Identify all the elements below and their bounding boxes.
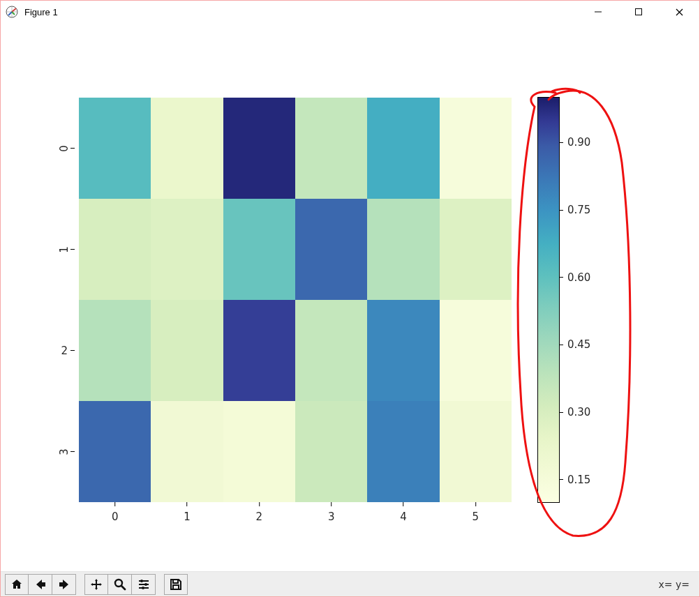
maximize-button[interactable] <box>618 1 659 23</box>
colorbar <box>538 98 559 502</box>
heatmap-axes <box>79 98 512 502</box>
colorbar-tick: 0.75 <box>559 204 590 216</box>
y-tick-label: 1 <box>58 246 70 253</box>
colorbar-tick-label: 0.45 <box>567 338 590 351</box>
heatmap-cell <box>440 401 512 502</box>
colorbar-tick: 0.45 <box>559 338 590 351</box>
colorbar-tick: 0.30 <box>559 406 590 418</box>
heatmap-cell <box>367 98 439 199</box>
svg-point-8 <box>140 580 143 582</box>
colorbar-tick-label: 0.60 <box>567 271 590 284</box>
matplotlib-toolbar: x= y= <box>1 571 699 596</box>
matplotlib-app-icon <box>5 5 19 19</box>
y-tick-label: 3 <box>58 448 70 455</box>
x-tick-label: 5 <box>472 511 479 523</box>
heatmap-cell <box>151 98 223 199</box>
heatmap-grid <box>79 98 512 502</box>
configure-subplots-button[interactable] <box>132 574 156 595</box>
heatmap-cell <box>223 199 295 300</box>
svg-rect-14 <box>173 585 179 589</box>
colorbar-tick-label: 0.30 <box>567 406 590 418</box>
colorbar-ticks: 0.150.300.450.600.750.90 <box>559 98 608 502</box>
zoom-button[interactable] <box>108 574 132 595</box>
heatmap-cell <box>151 401 223 502</box>
x-tick-label: 4 <box>400 511 407 523</box>
save-button[interactable] <box>164 574 188 595</box>
heatmap-cell <box>79 199 151 300</box>
x-axis-ticks: 0 1 2 3 4 5 <box>79 502 512 523</box>
heatmap-cell <box>295 300 367 401</box>
y-tick-label: 0 <box>58 145 70 152</box>
heatmap-cell <box>440 300 512 401</box>
cursor-coordinates: x= y= <box>659 579 695 590</box>
window-title: Figure 1 <box>24 7 58 17</box>
heatmap-cell <box>367 401 439 502</box>
heatmap-cell <box>79 300 151 401</box>
svg-point-12 <box>142 587 144 589</box>
x-tick-label: 1 <box>184 511 191 523</box>
colorbar-tick-label: 0.90 <box>567 136 590 149</box>
svg-rect-2 <box>636 9 642 15</box>
close-button[interactable] <box>659 1 699 23</box>
heatmap-cell <box>79 401 151 502</box>
y-tick-label: 2 <box>61 345 68 357</box>
svg-point-10 <box>144 583 147 586</box>
svg-line-6 <box>121 586 125 589</box>
back-button[interactable] <box>29 574 52 595</box>
heatmap-cell <box>295 199 367 300</box>
colorbar-gradient <box>538 98 559 502</box>
colorbar-tick: 0.90 <box>559 136 590 149</box>
x-tick-label: 0 <box>112 511 119 523</box>
heatmap-cell <box>367 300 439 401</box>
window-controls <box>578 1 699 23</box>
x-tick-label: 3 <box>328 511 335 523</box>
home-button[interactable] <box>5 574 29 595</box>
heatmap-cell <box>223 401 295 502</box>
x-tick-label: 2 <box>256 511 263 523</box>
svg-rect-13 <box>173 580 178 583</box>
minimize-button[interactable] <box>578 1 618 23</box>
titlebar: Figure 1 <box>1 1 699 23</box>
heatmap-cell <box>367 199 439 300</box>
heatmap-cell <box>151 300 223 401</box>
heatmap-cell <box>151 199 223 300</box>
figure-canvas[interactable]: 0 1 2 3 0 1 2 3 4 5 0.150.300.450.600.75… <box>1 23 699 571</box>
forward-button[interactable] <box>52 574 76 595</box>
y-axis-ticks: 0 1 2 3 <box>52 98 75 502</box>
pan-button[interactable] <box>84 574 108 595</box>
heatmap-cell <box>223 98 295 199</box>
colorbar-tick-label: 0.75 <box>567 204 590 216</box>
heatmap-cell <box>79 98 151 199</box>
heatmap-cell <box>295 98 367 199</box>
heatmap-cell <box>223 300 295 401</box>
colorbar-tick: 0.60 <box>559 271 590 284</box>
heatmap-cell <box>440 199 512 300</box>
heatmap-cell <box>295 401 367 502</box>
heatmap-cell <box>440 98 512 199</box>
colorbar-tick: 0.15 <box>559 474 590 486</box>
colorbar-tick-label: 0.15 <box>567 474 590 486</box>
